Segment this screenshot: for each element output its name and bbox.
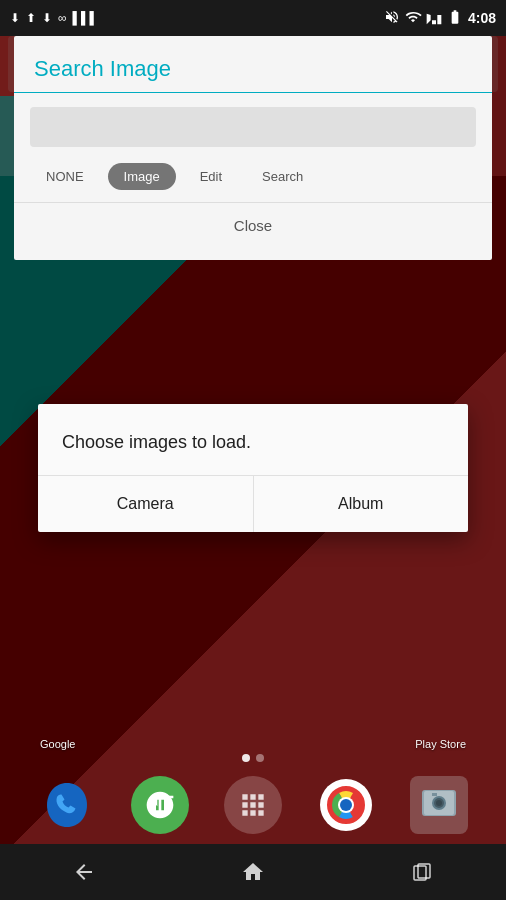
- modal-buttons: Camera Album: [38, 476, 468, 532]
- download-icon: ⬇: [10, 11, 20, 25]
- status-right-icons: 4:08: [384, 9, 496, 28]
- modal-message: Choose images to load.: [38, 404, 468, 475]
- status-left-icons: ⬇ ⬆ ⬇ ∞ ▌▌▌: [10, 11, 98, 25]
- upload-icon: ⬆: [26, 11, 36, 25]
- recents-icon: [410, 860, 434, 884]
- battery-icon: [446, 9, 464, 28]
- back-icon: [72, 860, 96, 884]
- home-icon: [241, 860, 265, 884]
- loop-icon: ∞: [58, 11, 67, 25]
- nav-bar: [0, 844, 506, 900]
- camera-button[interactable]: Camera: [38, 476, 253, 532]
- album-button[interactable]: Album: [254, 476, 469, 532]
- wifi-icon: [404, 9, 422, 28]
- status-time: 4:08: [468, 10, 496, 26]
- modal-dialog: Choose images to load. Camera Album: [38, 404, 468, 532]
- modal-overlay: Choose images to load. Camera Album: [0, 36, 506, 900]
- home-button[interactable]: [223, 844, 283, 900]
- back-button[interactable]: [54, 844, 114, 900]
- signal-icon: [426, 9, 442, 28]
- download2-icon: ⬇: [42, 11, 52, 25]
- mute-icon: [384, 9, 400, 28]
- status-bar: ⬇ ⬆ ⬇ ∞ ▌▌▌ 4:08: [0, 0, 506, 36]
- recents-button[interactable]: [392, 844, 452, 900]
- barcode-icon: ▌▌▌: [73, 11, 99, 25]
